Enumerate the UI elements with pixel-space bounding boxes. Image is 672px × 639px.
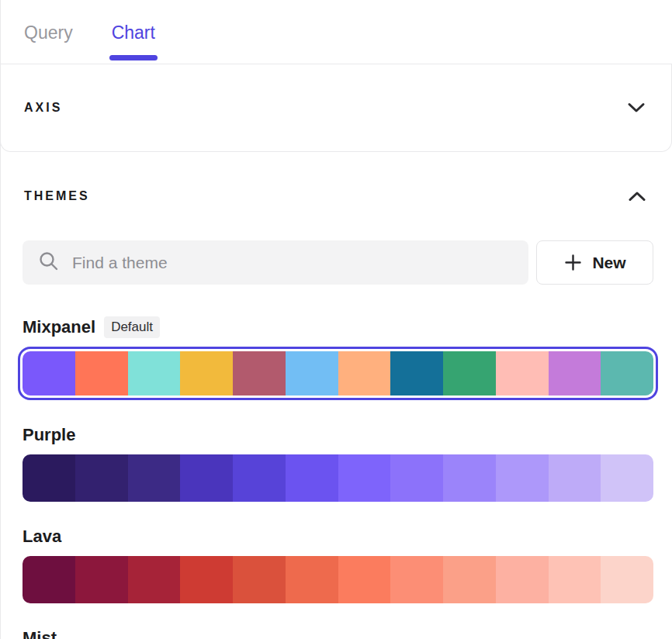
themes-controls: New [23, 240, 653, 285]
color-swatch [338, 454, 391, 502]
theme-item: MixpanelDefault [23, 316, 653, 400]
theme-item: Lava [23, 525, 653, 603]
theme-swatch-row-mixpanel[interactable] [18, 347, 658, 400]
theme-name: Mixpanel [23, 317, 95, 337]
swatch-strip [23, 454, 653, 502]
theme-item: Mist [23, 627, 653, 639]
color-swatch [180, 556, 233, 603]
color-swatch [128, 351, 181, 395]
theme-name: Purple [23, 425, 75, 445]
theme-name: Mist [23, 628, 57, 639]
new-theme-button-label: New [592, 254, 625, 272]
color-swatch [443, 556, 496, 603]
color-swatch [233, 351, 286, 395]
color-swatch [75, 351, 128, 395]
color-swatch [23, 351, 75, 395]
color-swatch [233, 454, 286, 502]
swatch-strip [23, 351, 653, 395]
axis-section-header[interactable]: AXIS [0, 64, 672, 152]
color-swatch [233, 556, 286, 603]
active-tab-underline [109, 55, 158, 60]
theme-label-row: Lava [23, 525, 653, 548]
color-swatch [601, 556, 653, 603]
color-swatch [443, 454, 496, 502]
color-swatch [496, 351, 549, 395]
color-swatch [286, 351, 338, 395]
color-swatch [549, 351, 601, 395]
plus-icon [563, 253, 583, 272]
new-theme-button[interactable]: New [536, 240, 653, 285]
color-swatch [601, 351, 653, 395]
color-swatch [128, 454, 181, 502]
color-swatch [496, 556, 549, 603]
themes-section: THEMES [1, 189, 672, 639]
theme-name: Lava [23, 527, 61, 547]
theme-label-row: Purple [23, 423, 653, 447]
tab-chart-label: Chart [112, 22, 155, 43]
chart-settings-panel: Query Chart AXIS THEMES [0, 0, 672, 639]
axis-section-title: AXIS [24, 101, 62, 115]
swatch-strip [23, 556, 653, 603]
search-icon [38, 250, 59, 275]
themes-section-title: THEMES [24, 189, 90, 203]
color-swatch [549, 556, 601, 603]
tab-query[interactable]: Query [24, 0, 73, 64]
color-swatch [128, 556, 181, 603]
theme-item: Purple [23, 423, 653, 502]
color-swatch [286, 454, 338, 502]
theme-list: MixpanelDefaultPurpleLavaMist [23, 316, 653, 639]
themes-section-header[interactable]: THEMES [24, 189, 646, 203]
color-swatch [390, 454, 443, 502]
color-swatch [443, 351, 496, 395]
tab-chart[interactable]: Chart [112, 0, 155, 64]
tab-query-label: Query [24, 22, 73, 43]
color-swatch [601, 454, 653, 502]
theme-swatch-row-lava[interactable] [23, 556, 653, 603]
theme-search[interactable] [23, 240, 528, 285]
color-swatch [549, 454, 601, 502]
color-swatch [180, 454, 233, 502]
color-swatch [75, 454, 128, 502]
color-swatch [23, 454, 75, 502]
theme-search-input[interactable] [72, 254, 513, 272]
chevron-up-icon[interactable] [628, 190, 646, 202]
color-swatch [338, 556, 391, 603]
color-swatch [180, 351, 233, 395]
color-swatch [75, 556, 128, 603]
tab-bar: Query Chart [1, 0, 672, 64]
color-swatch [286, 556, 338, 603]
chevron-down-icon[interactable] [627, 102, 646, 114]
color-swatch [390, 351, 443, 395]
color-swatch [338, 351, 391, 395]
color-swatch [390, 556, 443, 603]
theme-swatch-row-purple[interactable] [23, 454, 653, 502]
color-swatch [23, 556, 75, 603]
default-badge: Default [104, 316, 160, 338]
theme-label-row: Mist [23, 627, 653, 639]
theme-label-row: MixpanelDefault [23, 316, 653, 339]
color-swatch [496, 454, 549, 502]
